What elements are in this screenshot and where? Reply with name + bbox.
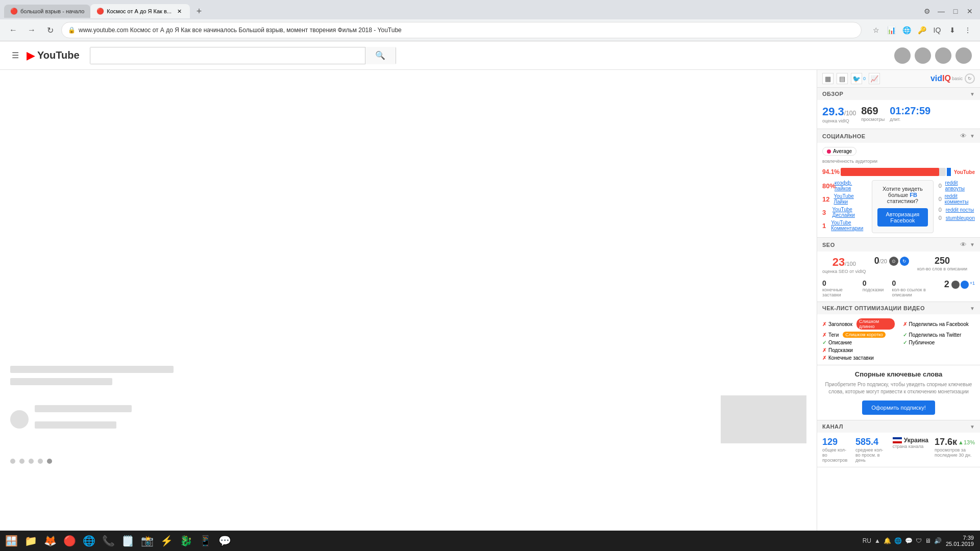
dot-4[interactable] [38,459,43,464]
tab-1[interactable]: 🔴 большой взрыв - начало [4,5,90,18]
video-area [0,70,817,551]
youtube-logo-text: YouTube [37,49,80,61]
url-bar[interactable]: 🔒 www.youtube.com Космос от А до Я Как в… [61,22,862,38]
taskbar-firefox-icon[interactable]: 🦊 [41,532,59,550]
roboform-icon[interactable]: 🔑 [916,24,928,36]
vidiq-refresh-icon[interactable]: ↻ [965,73,975,84]
sys-shield-icon[interactable]: 🛡 [916,537,922,544]
taskbar-skype-icon[interactable]: 📞 [99,532,117,550]
refresh-button[interactable]: ↻ [43,23,57,37]
taskbar-browser-icon[interactable]: 🌐 [80,532,98,550]
seo-desc-links-num: 0 [892,279,936,287]
yt-comments-label[interactable]: YouTube Комментарии [831,220,867,231]
menu-icon[interactable]: ⋮ [962,24,974,36]
check-tags: ✗ Теги Слишком коротко [822,332,895,338]
taskbar-right: RU ▲ 🔔 🌐 💬 🛡 🖥 🔊 7:39 25.01.2019 [863,535,978,547]
window-settings-icon[interactable]: ⚙ [921,5,933,17]
dot-1[interactable] [10,459,15,464]
taskbar-youtube-icon[interactable]: 🔴 [60,532,79,550]
sys-notify-icon[interactable]: 🔔 [884,537,891,544]
back-button[interactable]: ← [6,23,20,37]
score-block: 29.3/100 оценка vidIQ [822,105,856,123]
dot-5[interactable] [47,459,52,464]
sys-volume-icon[interactable]: 🔊 [934,537,942,544]
download-icon[interactable]: ⬇ [946,24,959,36]
seo-header[interactable]: SEO 👁 ▼ [817,238,980,252]
seo-tag-icon-1[interactable]: ⊙ [889,257,898,266]
overview-header[interactable]: ОБЗОР ▼ [817,88,980,100]
vidiq-brand-iq: IQ [942,74,951,83]
loading-row [10,395,806,443]
tab-2-close[interactable]: ✕ [176,7,184,15]
reddit-comments-label[interactable]: reddit комменты [945,193,975,205]
grid-icon[interactable]: ▦ [822,73,834,84]
seo-cards: 0 подсказки [863,279,884,297]
taskbar-phone-icon[interactable]: 📱 [196,532,214,550]
fb-auth-button[interactable]: Авторизация Facebook [877,208,928,227]
forward-button[interactable]: → [24,23,39,37]
check-tags-label: Теги [828,332,839,338]
keywords-title: Спорные ключевые слова [822,370,975,378]
browser-icons: ☆ 📊 🌐 🔑 IQ ⬇ ⋮ [870,24,974,36]
channel-growth-icon: ▲13% [958,439,975,445]
brand-sub-text: basic [952,76,963,81]
search-button[interactable]: 🔍 [365,47,396,64]
translate-icon[interactable]: 🌐 [900,24,913,36]
yt-menu-button[interactable]: ☰ [8,48,22,63]
check-facebook-icon: ✗ [903,321,907,327]
youtube-logo[interactable]: ▶ YouTube [27,49,80,62]
yt-dislikes-num: 3 [822,209,830,216]
social-left: 80% коэфф. лайков 12 YouTube Лайки 3 You… [822,180,867,233]
url-text: www.youtube.com Космос от А до Я Как все… [79,27,402,34]
yt-likes-label[interactable]: YouTube Лайки [834,193,867,205]
window-maximize-icon[interactable]: □ [949,5,962,17]
sys-arrow-icon[interactable]: ▲ [874,537,880,544]
taskbar-speed-icon[interactable]: ⚡ [157,532,176,550]
iq-icon[interactable]: IQ [931,24,943,36]
taskbar-dragon-icon[interactable]: 🐉 [177,532,195,550]
stumbleupon-label[interactable]: stumbleupon [946,215,975,221]
seo-tag-icon-2[interactable]: ↻ [900,257,909,266]
reddit-posts-label[interactable]: reddit посты [946,207,974,213]
checklist-content: ✗ Заголовок Слишком длинно ✗ Поделились … [817,314,980,365]
sys-chat-icon[interactable]: 💬 [905,537,913,544]
likes-pct-label[interactable]: коэфф. лайков [835,180,867,191]
taskbar-explorer-icon[interactable]: 📁 [21,532,40,550]
taskbar-whatsapp-icon[interactable]: 💬 [215,532,234,550]
social-stat-yt-comments: 1 YouTube Комментарии [822,220,867,231]
new-tab-button[interactable]: + [192,4,206,18]
sys-lang: RU [863,537,871,544]
fb-promo: Хотите увидеть больше FB статистики? Авт… [872,180,934,233]
search-bar[interactable]: 🔍 [90,47,396,64]
yt-bar-track [841,168,946,176]
taskbar-photo-icon[interactable]: 📸 [138,532,156,550]
channel-total-views-num: 129 [822,437,849,447]
twitter-icon[interactable]: 🐦 [851,73,862,84]
table-icon[interactable]: ▤ [837,73,848,84]
taskbar-notes-icon[interactable]: 🗒️ [118,532,137,550]
social-right: 0 reddit апвоуты 0 reddit комменты 0 red… [939,180,975,233]
bookmark-icon[interactable]: ☆ [870,24,882,36]
vidiq-ext-icon[interactable]: 📊 [885,24,897,36]
social-header[interactable]: СОЦИАЛЬНОЕ 👁 ▼ [817,129,980,143]
check-twitter: ✓ Поделились на Twitter [903,332,975,338]
chart-icon[interactable]: 📈 [869,73,880,84]
reddit-upvotes-label[interactable]: reddit апвоуты [945,180,975,191]
dot-3[interactable] [29,459,34,464]
avg-badge[interactable]: Average [822,147,856,156]
window-minimize-icon[interactable]: — [935,5,947,17]
avatar-menu[interactable] [955,47,972,64]
channel-header[interactable]: КАНАЛ ▼ [817,420,980,433]
sys-monitor-icon[interactable]: 🖥 [925,537,931,544]
search-input[interactable] [90,47,365,64]
taskbar-start-icon[interactable]: 🪟 [2,532,20,550]
dot-2[interactable] [19,459,24,464]
score-denom: /100 [844,110,856,117]
channel-content: 129 общее кол-во просмотров 585.4 средне… [817,433,980,467]
window-close-icon[interactable]: ✕ [964,5,976,17]
tab-2[interactable]: 🔴 Космос от А до Я Как в... ✕ [90,4,190,18]
keywords-subscribe-button[interactable]: Оформить подписку! [862,400,935,415]
yt-dislikes-label[interactable]: YouTube Дислайки [832,207,867,218]
sys-network-icon[interactable]: 🌐 [894,537,902,544]
checklist-header[interactable]: ЧЕК-ЛИСТ ОПТИМИЗАЦИИ ВИДЕО ▼ [817,302,980,314]
